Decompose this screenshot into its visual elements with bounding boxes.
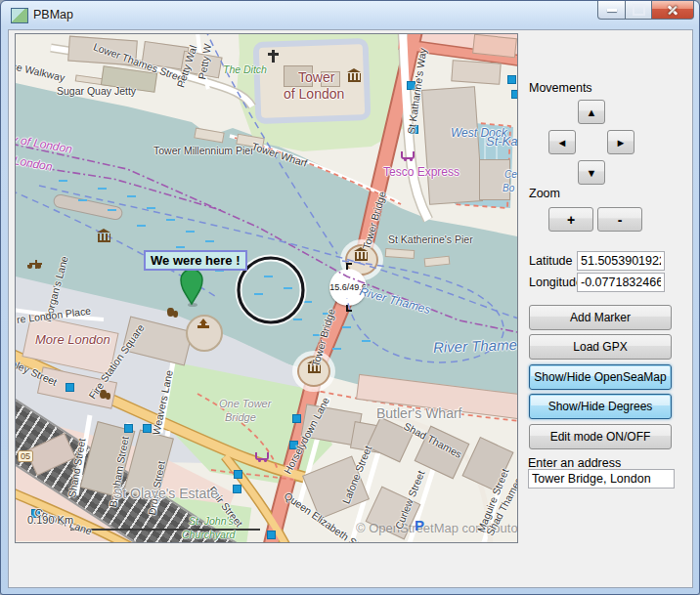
zoom-out-button[interactable]: - [597, 207, 642, 232]
parking-icon: P [415, 517, 424, 533]
move-down-button[interactable]: ▼ [578, 160, 605, 185]
add-marker-button[interactable]: Add Marker [529, 305, 672, 330]
seamark-icon [234, 486, 241, 492]
map-label: St-Ka [486, 134, 518, 149]
load-gpx-button[interactable]: Load GPX [529, 334, 672, 360]
map-label: 05 [18, 450, 33, 462]
minimize-icon [607, 9, 617, 12]
cart-icon [401, 151, 415, 159]
toggle-openseamap-button[interactable]: Show/Hide OpenSeaMap [529, 364, 672, 390]
maximize-button[interactable] [625, 1, 652, 20]
app-window: PBMap [0, 0, 700, 595]
seamark-icon [293, 415, 300, 422]
map-label: St Katherine's Pier [388, 234, 473, 245]
map-label: St. John's [189, 515, 234, 527]
map-label: The Ditch [223, 64, 267, 75]
seamark-icon [125, 425, 132, 432]
masks-icon [167, 308, 174, 317]
seamark-icon [512, 91, 518, 98]
latitude-label: Latitude [529, 254, 572, 268]
map-marker-pin [181, 269, 202, 304]
move-up-button[interactable]: ▲ [578, 100, 605, 124]
map-label: Tesco Express [383, 165, 459, 179]
window-title: PBMap [33, 8, 73, 21]
seamark-icon [66, 384, 73, 391]
map-label: St Olave's Estate [113, 486, 218, 501]
map-label: River Thames [433, 336, 518, 356]
zoom-in-button[interactable]: + [548, 207, 593, 232]
museum-icon [355, 252, 368, 261]
minimize-button[interactable] [597, 1, 626, 20]
toggle-degrees-button[interactable]: Show/Hide Degrees [529, 394, 672, 419]
cart-icon [255, 452, 269, 460]
address-field[interactable] [528, 469, 675, 489]
cross-icon [272, 50, 275, 63]
longitude-field[interactable] [577, 273, 665, 292]
move-left-button[interactable]: ◄ [548, 130, 576, 154]
drawn-circle [239, 258, 303, 322]
zoom-label: Zoom [529, 187, 560, 200]
scales-icon [29, 263, 42, 265]
seamark-icon [235, 471, 241, 478]
marker-tooltip: We were here ! [144, 250, 247, 271]
map-label: One Tower [219, 398, 271, 409]
map-label: Tower Millennium Pier [153, 145, 254, 156]
map-overlay [16, 34, 517, 542]
pagoda-icon [197, 325, 209, 328]
titlebar[interactable]: PBMap [1, 1, 699, 29]
maximize-icon [633, 4, 645, 16]
edit-mode-button[interactable]: Edit mode ON/OFF [529, 424, 672, 449]
map-label: Bo [503, 183, 514, 193]
longitude-label: Longitude [529, 276, 583, 289]
address-label: Enter an address [528, 456, 621, 470]
map-label: Tower [298, 69, 334, 85]
map-label: 0.190 Km [27, 514, 73, 526]
map-label: Butler's Wharf [376, 405, 461, 421]
close-icon [666, 3, 679, 17]
museum-icon [348, 73, 361, 82]
map-label: Sugar Quay Jetty [57, 85, 136, 97]
move-right-button[interactable]: ► [607, 130, 634, 154]
movements-label: Movements [529, 81, 592, 95]
map-label: Bridge [225, 411, 256, 423]
seamark-icon [508, 76, 515, 83]
map-label: Cen [504, 169, 518, 180]
map-label: More London [35, 332, 110, 347]
museum-icon [98, 234, 110, 242]
close-button[interactable] [651, 1, 694, 20]
map-canvas[interactable]: 15.6/49.6 We were here ! © OpenStreetMap… [15, 33, 518, 543]
seamark-icon [268, 531, 275, 538]
map-label: Churchyard [182, 529, 235, 540]
app-icon [11, 8, 28, 23]
latitude-field[interactable] [577, 251, 665, 271]
map-label: of London [284, 86, 344, 102]
